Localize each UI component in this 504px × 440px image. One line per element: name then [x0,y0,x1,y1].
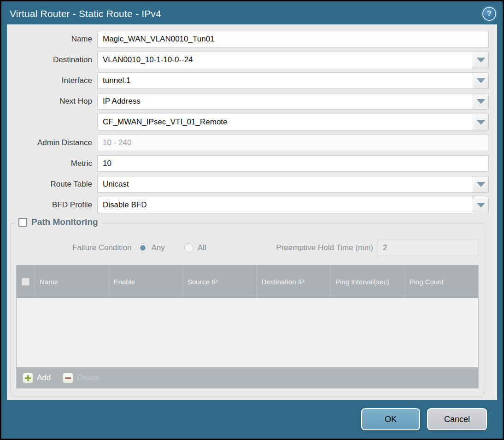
next-hop-address-input[interactable] [97,114,473,130]
add-button-label: Add [37,373,51,382]
metric-label: Metric [7,159,97,168]
column-header-enable[interactable]: Enable [109,265,183,298]
static-route-dialog: Virtual Router - Static Route - IPv4 ? N… [1,1,503,439]
destination-row: Destination [7,52,489,68]
dialog-footer: OK Cancel [1,400,503,439]
name-row: Name [7,31,489,47]
cancel-button[interactable]: Cancel [427,408,487,430]
path-monitoring-legend: Path Monitoring [15,217,102,227]
route-table-select[interactable] [97,176,473,193]
route-table-dropdown-button[interactable] [473,176,489,193]
table-toolbar: Add Delete [17,367,478,388]
destination-dropdown-button[interactable] [473,52,489,68]
chevron-down-icon [477,58,485,62]
interface-input[interactable] [97,72,473,89]
name-label: Name [7,35,97,44]
metric-row: Metric [7,155,489,172]
name-input[interactable] [97,31,489,47]
failure-condition-any-radio[interactable] [138,243,147,252]
table-body-empty [17,298,478,367]
failure-condition-any-label: Any [152,243,165,252]
failure-condition-all-radio[interactable] [184,243,193,252]
path-monitoring-checkbox[interactable] [18,218,27,227]
next-hop-type-select[interactable] [97,93,473,110]
bfd-profile-select[interactable] [97,197,473,213]
admin-distance-label: Admin Distance [7,138,97,147]
column-header-ping-count[interactable]: Ping Count [404,265,479,298]
path-monitoring-table: Name Enable Source IP Destination IP Pin… [16,265,479,388]
column-header-destination-ip[interactable]: Destination IP [257,265,331,298]
path-monitoring-title: Path Monitoring [31,217,98,227]
destination-input[interactable] [97,52,473,68]
minus-icon [63,373,73,383]
interface-label: Interface [7,76,97,85]
ok-button[interactable]: OK [361,408,420,430]
next-hop-type-dropdown-button[interactable] [473,93,489,110]
bfd-profile-label: BFD Profile [7,200,97,210]
chevron-down-icon [477,120,485,124]
plus-icon [23,373,33,383]
bfd-profile-row: BFD Profile [7,197,489,213]
path-monitoring-section: Path Monitoring Failure Condition Any Al… [11,223,484,395]
dialog-title: Virtual Router - Static Route - IPv4 [10,8,161,19]
dialog-content: Name Destination Interface Next Hop [7,24,497,400]
chevron-down-icon [477,182,485,187]
failure-condition-all-label: All [198,243,206,252]
preemptive-hold-time-label: Preemptive Hold Time (min) [276,243,373,252]
route-table-row: Route Table [7,176,489,193]
interface-dropdown-button[interactable] [473,72,489,89]
failure-condition-label: Failure Condition [72,243,132,252]
route-table-label: Route Table [7,180,97,189]
chevron-down-icon [477,203,485,207]
select-all-cell [17,265,35,298]
interface-row: Interface [7,72,489,89]
next-hop-address-row [7,114,489,130]
destination-label: Destination [7,55,97,65]
table-header-row: Name Enable Source IP Destination IP Pin… [17,265,478,298]
admin-distance-row: Admin Distance [7,135,489,151]
next-hop-address-dropdown-button[interactable] [473,114,489,130]
failure-condition-row: Failure Condition Any All Preemptive Hol… [16,240,479,256]
column-header-name[interactable]: Name [35,265,109,298]
delete-button-label: Delete [77,373,100,382]
delete-button[interactable]: Delete [63,373,100,383]
help-icon[interactable]: ? [483,8,495,20]
column-header-source-ip[interactable]: Source IP [182,265,257,298]
admin-distance-input[interactable] [97,135,489,151]
add-button[interactable]: Add [23,373,51,383]
metric-input[interactable] [97,155,489,172]
next-hop-label: Next Hop [7,97,97,106]
dialog-titlebar: Virtual Router - Static Route - IPv4 ? [1,1,503,24]
next-hop-row: Next Hop [7,93,489,110]
bfd-profile-dropdown-button[interactable] [473,197,489,213]
select-all-checkbox[interactable] [22,278,29,286]
chevron-down-icon [477,99,485,104]
preemptive-hold-time-input[interactable] [377,240,479,256]
chevron-down-icon [477,78,485,83]
column-header-ping-interval[interactable]: Ping Interval(sec) [330,265,404,298]
